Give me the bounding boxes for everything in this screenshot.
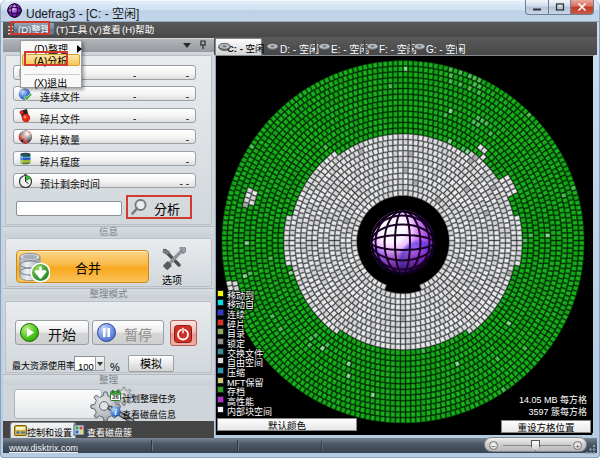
- svg-text:26: 26: [112, 392, 119, 401]
